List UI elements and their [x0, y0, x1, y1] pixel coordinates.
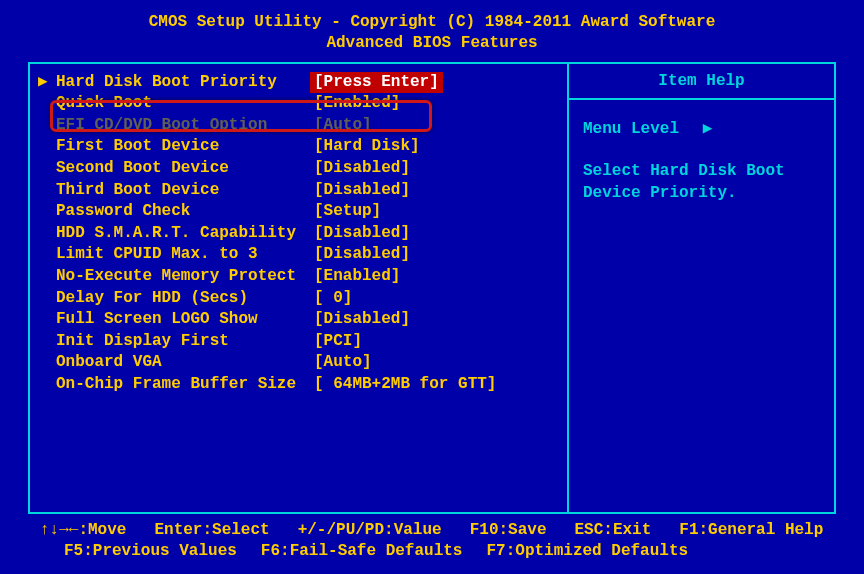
- setting-value: [Enabled]: [314, 266, 400, 288]
- hint-previous: F5:Previous Values: [64, 541, 237, 562]
- setting-label: HDD S.M.A.R.T. Capability: [56, 223, 314, 245]
- setting-label: First Boot Device: [56, 136, 314, 158]
- setting-label: Limit CPUID Max. to 3: [56, 244, 314, 266]
- setting-row[interactable]: Full Screen LOGO Show[Disabled]: [38, 309, 567, 331]
- setting-row[interactable]: First Boot Device[Hard Disk]: [38, 136, 567, 158]
- pointer-icon: [38, 244, 56, 266]
- setting-label: Quick Boot: [56, 93, 314, 115]
- header: CMOS Setup Utility - Copyright (C) 1984-…: [0, 8, 864, 62]
- setting-value: [Enabled]: [314, 93, 400, 115]
- hint-save: F10:Save: [470, 520, 547, 541]
- setting-row[interactable]: Limit CPUID Max. to 3[Disabled]: [38, 244, 567, 266]
- setting-label: EFI CD/DVD Boot Option: [56, 115, 314, 137]
- setting-label: Full Screen LOGO Show: [56, 309, 314, 331]
- setting-row[interactable]: Password Check[Setup]: [38, 201, 567, 223]
- pointer-icon: [38, 331, 56, 353]
- setting-value: [Disabled]: [314, 180, 410, 202]
- hint-optimized: F7:Optimized Defaults: [486, 541, 688, 562]
- pointer-icon: [38, 93, 56, 115]
- setting-value: [Disabled]: [314, 244, 410, 266]
- settings-panel: ▶Hard Disk Boot Priority[Press Enter]Qui…: [30, 64, 569, 513]
- pointer-icon: [38, 223, 56, 245]
- setting-row[interactable]: Onboard VGA[Auto]: [38, 352, 567, 374]
- setting-row[interactable]: Second Boot Device[Disabled]: [38, 158, 567, 180]
- setting-label: Init Display First: [56, 331, 314, 353]
- pointer-icon: [38, 352, 56, 374]
- setting-value: [Setup]: [314, 201, 381, 223]
- setting-row[interactable]: Quick Boot[Enabled]: [38, 93, 567, 115]
- setting-label: No-Execute Memory Protect: [56, 266, 314, 288]
- footer: ↑↓→←:Move Enter:Select +/-/PU/PD:Value F…: [0, 514, 864, 566]
- setting-value: [PCI]: [314, 331, 362, 353]
- hint-exit: ESC:Exit: [574, 520, 651, 541]
- setting-row[interactable]: Third Boot Device[Disabled]: [38, 180, 567, 202]
- setting-row[interactable]: Delay For HDD (Secs)[ 0]: [38, 288, 567, 310]
- setting-label: Onboard VGA: [56, 352, 314, 374]
- setting-value: [Hard Disk]: [314, 136, 420, 158]
- main-frame: ▶Hard Disk Boot Priority[Press Enter]Qui…: [28, 62, 836, 515]
- hint-select: Enter:Select: [154, 520, 269, 541]
- header-line1: CMOS Setup Utility - Copyright (C) 1984-…: [0, 12, 864, 33]
- help-title: Item Help: [569, 64, 834, 100]
- setting-row[interactable]: ▶Hard Disk Boot Priority[Press Enter]: [38, 72, 567, 94]
- menu-level-label: Menu Level: [583, 120, 679, 138]
- pointer-icon: [38, 201, 56, 223]
- setting-label: Third Boot Device: [56, 180, 314, 202]
- pointer-icon: [38, 158, 56, 180]
- pointer-icon: [38, 115, 56, 137]
- setting-value: [Disabled]: [314, 158, 410, 180]
- setting-row[interactable]: EFI CD/DVD Boot Option[Auto]: [38, 115, 567, 137]
- header-line2: Advanced BIOS Features: [0, 33, 864, 54]
- pointer-icon: [38, 136, 56, 158]
- setting-label: Password Check: [56, 201, 314, 223]
- setting-value: [Auto]: [314, 115, 372, 137]
- setting-row[interactable]: HDD S.M.A.R.T. Capability[Disabled]: [38, 223, 567, 245]
- setting-label: Delay For HDD (Secs): [56, 288, 314, 310]
- pointer-icon: [38, 309, 56, 331]
- pointer-icon: [38, 288, 56, 310]
- setting-label: On-Chip Frame Buffer Size: [56, 374, 314, 396]
- pointer-icon: ▶: [38, 72, 56, 94]
- setting-value: [Disabled]: [314, 223, 410, 245]
- setting-value: [Auto]: [314, 352, 372, 374]
- hint-failsafe: F6:Fail-Safe Defaults: [261, 541, 463, 562]
- help-text: Select Hard Disk Boot Device Priority.: [583, 160, 820, 205]
- setting-value: [ 64MB+2MB for GTT]: [314, 374, 496, 396]
- setting-value: [Disabled]: [314, 309, 410, 331]
- pointer-icon: [38, 374, 56, 396]
- setting-row[interactable]: No-Execute Memory Protect[Enabled]: [38, 266, 567, 288]
- pointer-icon: [38, 266, 56, 288]
- setting-label: Hard Disk Boot Priority: [56, 72, 314, 94]
- help-panel: Item Help Menu Level ▶ Select Hard Disk …: [569, 64, 834, 513]
- setting-row[interactable]: Init Display First[PCI]: [38, 331, 567, 353]
- setting-label: Second Boot Device: [56, 158, 314, 180]
- menu-level-row: Menu Level ▶: [583, 118, 820, 140]
- hint-help: F1:General Help: [679, 520, 823, 541]
- setting-row[interactable]: On-Chip Frame Buffer Size[ 64MB+2MB for …: [38, 374, 567, 396]
- setting-value: [Press Enter]: [310, 72, 443, 94]
- setting-value: [ 0]: [314, 288, 352, 310]
- hint-move: ↑↓→←:Move: [40, 520, 126, 541]
- hint-value: +/-/PU/PD:Value: [298, 520, 442, 541]
- pointer-icon: [38, 180, 56, 202]
- chevron-right-icon: ▶: [703, 120, 713, 138]
